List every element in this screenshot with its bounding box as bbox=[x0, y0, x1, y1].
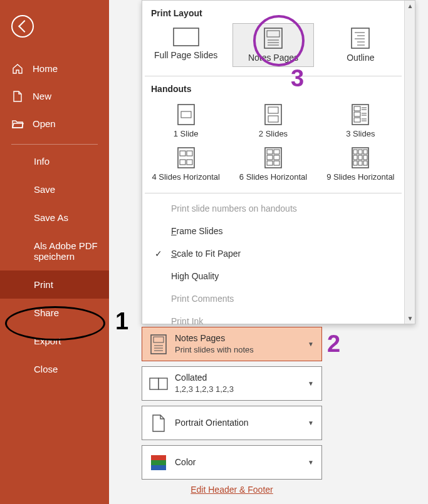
handout-label: 9 Slides Horizontal bbox=[317, 172, 404, 182]
notes-pages-icon bbox=[264, 28, 283, 49]
svg-rect-48 bbox=[363, 161, 367, 165]
svg-rect-14 bbox=[265, 105, 281, 125]
setting-color-dropdown[interactable]: Color ▼ bbox=[142, 445, 322, 480]
svg-rect-2 bbox=[267, 31, 279, 37]
open-folder-icon bbox=[11, 118, 24, 130]
print-options-list: Print slide numbers on handouts Frame Sl… bbox=[142, 193, 404, 336]
nav-new[interactable]: New bbox=[0, 83, 109, 110]
color-icon bbox=[142, 454, 175, 471]
layout-outline[interactable]: Outline bbox=[320, 23, 401, 67]
handout-6-horizontal[interactable]: 6 Slides Horizontal bbox=[229, 143, 316, 187]
handout-3-icon bbox=[352, 104, 369, 125]
new-file-icon bbox=[11, 90, 24, 103]
print-layout-options: Full Page Slides Notes Pages Outline bbox=[142, 21, 404, 76]
scroll-up-icon[interactable]: ▲ bbox=[405, 1, 415, 11]
nav-share[interactable]: Share bbox=[0, 299, 109, 327]
setting-text: Color bbox=[175, 456, 308, 468]
svg-rect-55 bbox=[159, 378, 167, 389]
nav-adobe-pdf[interactable]: Als Adobe PDF speichern bbox=[0, 232, 109, 270]
svg-rect-12 bbox=[178, 105, 194, 125]
handout-1-icon bbox=[177, 104, 195, 125]
opt-high-quality[interactable]: High Quality bbox=[142, 265, 404, 287]
setting-text: Portrait Orientation bbox=[175, 417, 308, 429]
scrollbar[interactable]: ▲ ▼ bbox=[404, 1, 415, 324]
setting-orientation-dropdown[interactable]: Portrait Orientation ▼ bbox=[142, 406, 322, 440]
backstage-sidebar: Home New Open Info Save Save As Als Adob… bbox=[0, 0, 109, 504]
svg-rect-46 bbox=[353, 161, 357, 165]
opt-frame-slides[interactable]: Frame Slides bbox=[142, 220, 404, 242]
handout-1-slide[interactable]: 1 Slide bbox=[142, 100, 229, 143]
setting-sub: Print slides with notes bbox=[175, 344, 308, 356]
section-header-print-layout: Print Layout bbox=[142, 1, 404, 21]
setting-title: Color bbox=[175, 456, 308, 468]
opt-label: Scale to Fit Paper bbox=[171, 249, 393, 259]
print-settings: Notes Pages Print slides with notes ▼ Co… bbox=[142, 327, 322, 495]
scroll-down-icon[interactable]: ▼ bbox=[405, 313, 415, 324]
chevron-down-icon: ▼ bbox=[308, 419, 321, 426]
opt-label: Print slide numbers on handouts bbox=[171, 203, 393, 213]
full-page-icon bbox=[173, 28, 199, 46]
handout-9-horizontal[interactable]: 9 Slides Horizontal bbox=[317, 143, 404, 187]
layout-full-page-slides[interactable]: Full Page Slides bbox=[145, 23, 227, 67]
edit-header-footer-link[interactable]: Edit Header & Footer bbox=[191, 485, 273, 495]
divider bbox=[11, 144, 98, 145]
svg-rect-54 bbox=[150, 378, 159, 389]
handout-2-slides[interactable]: 2 Slides bbox=[229, 100, 316, 143]
setting-title: Portrait Orientation bbox=[175, 417, 308, 429]
handout-2-icon bbox=[264, 104, 282, 125]
nav-label: New bbox=[33, 90, 51, 103]
nav-label: Home bbox=[33, 63, 58, 75]
setting-text: Collated 1,2,3 1,2,3 1,2,3 bbox=[175, 372, 308, 394]
setting-collated-dropdown[interactable]: Collated 1,2,3 1,2,3 1,2,3 ▼ bbox=[142, 366, 322, 401]
svg-rect-44 bbox=[358, 155, 362, 160]
nav-save[interactable]: Save bbox=[0, 175, 109, 203]
layout-label: Full Page Slides bbox=[146, 50, 226, 60]
svg-rect-38 bbox=[274, 161, 279, 165]
svg-rect-45 bbox=[363, 155, 367, 160]
svg-rect-56 bbox=[151, 455, 166, 460]
nav-open[interactable]: Open bbox=[0, 110, 109, 138]
setting-text: Notes Pages Print slides with notes bbox=[175, 332, 308, 355]
svg-rect-58 bbox=[151, 465, 166, 470]
svg-rect-16 bbox=[268, 116, 278, 122]
nav-close[interactable]: Close bbox=[0, 355, 109, 383]
nav-info[interactable]: Info bbox=[0, 147, 109, 175]
setting-layout-dropdown[interactable]: Notes Pages Print slides with notes ▼ bbox=[142, 327, 322, 361]
opt-scale-to-fit[interactable]: ✓ Scale to Fit Paper bbox=[142, 242, 404, 265]
nav-export[interactable]: Export bbox=[0, 327, 109, 355]
handout-label: 4 Slides Horizontal bbox=[142, 172, 229, 182]
svg-rect-34 bbox=[274, 150, 279, 154]
svg-rect-28 bbox=[180, 151, 185, 156]
opt-label: High Quality bbox=[171, 271, 393, 281]
opt-label: Frame Slides bbox=[171, 226, 393, 236]
handout-9h-icon bbox=[352, 147, 369, 168]
setting-title: Collated bbox=[175, 372, 308, 384]
svg-rect-35 bbox=[267, 155, 273, 160]
section-header-handouts: Handouts bbox=[142, 76, 404, 96]
svg-rect-20 bbox=[354, 118, 360, 122]
back-button[interactable] bbox=[11, 15, 34, 38]
opt-print-slide-numbers: Print slide numbers on handouts bbox=[142, 197, 404, 220]
opt-label: Print Comments bbox=[171, 294, 393, 304]
nav-home[interactable]: Home bbox=[0, 55, 109, 83]
svg-rect-31 bbox=[187, 160, 192, 165]
svg-rect-42 bbox=[363, 150, 367, 154]
svg-rect-41 bbox=[358, 150, 362, 154]
nav-print[interactable]: Print bbox=[0, 270, 109, 299]
handout-label: 6 Slides Horizontal bbox=[229, 172, 316, 182]
layout-notes-pages[interactable]: Notes Pages bbox=[232, 23, 314, 67]
svg-rect-32 bbox=[265, 148, 281, 168]
handout-label: 3 Slides bbox=[317, 129, 404, 138]
back-arrow-icon bbox=[18, 20, 31, 33]
print-layout-popup: ▲ ▼ Print Layout Full Page Slides Notes … bbox=[142, 0, 415, 324]
svg-rect-33 bbox=[267, 150, 273, 154]
nav-save-as[interactable]: Save As bbox=[0, 203, 109, 232]
handout-4-horizontal[interactable]: 4 Slides Horizontal bbox=[142, 143, 229, 187]
handout-4h-icon bbox=[177, 147, 195, 168]
chevron-down-icon: ▼ bbox=[308, 380, 321, 387]
opt-print-comments: Print Comments bbox=[142, 287, 404, 310]
svg-rect-0 bbox=[174, 28, 199, 46]
chevron-down-icon: ▼ bbox=[308, 459, 321, 466]
svg-rect-18 bbox=[354, 106, 360, 111]
handout-3-slides[interactable]: 3 Slides bbox=[317, 100, 404, 143]
